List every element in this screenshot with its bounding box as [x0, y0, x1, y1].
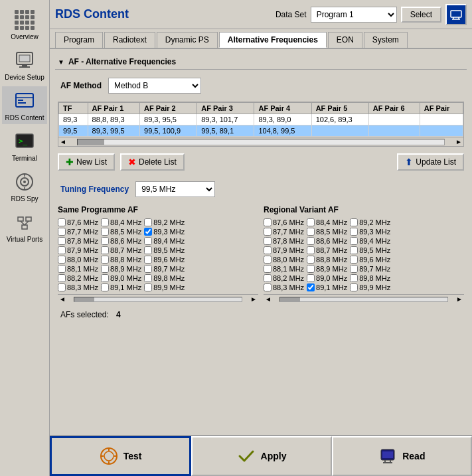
af-checkbox[interactable]	[101, 265, 109, 273]
af-checkbox[interactable]	[350, 283, 358, 291]
tab-dynamic-ps[interactable]: Dynamic PS	[157, 32, 218, 48]
collapse-arrow-icon[interactable]: ▼	[58, 58, 64, 66]
regional-scrollbar-track[interactable]	[279, 297, 448, 302]
af-checkbox[interactable]	[307, 274, 315, 282]
sidebar-item-device-setup[interactable]: Device Setup	[2, 46, 47, 84]
af-checkbox-row: 89,8 MHz	[350, 274, 390, 282]
af-checkbox[interactable]	[58, 274, 66, 282]
af-checkbox[interactable]	[307, 218, 315, 226]
apply-button[interactable]: Apply	[191, 436, 331, 476]
same-scrollbar-thumb[interactable]	[74, 297, 94, 301]
select-button[interactable]: Select	[401, 7, 441, 23]
connect-icon-button[interactable]	[445, 4, 467, 25]
af-checkbox[interactable]	[101, 274, 109, 282]
same-scroll-right[interactable]: ►	[249, 295, 258, 303]
regional-variant-af: Regional Variant AF 87,6 MHz87,7 MHz87,8…	[264, 205, 464, 303]
table-scrollbar[interactable]: ◄ ►	[58, 137, 463, 146]
same-scrollbar-track[interactable]	[74, 297, 242, 302]
dataset-select[interactable]: Program 1 Program 2	[311, 7, 397, 23]
new-list-button[interactable]: ✚ New List	[58, 153, 115, 171]
regional-scroll-right[interactable]: ►	[455, 295, 464, 303]
af-checkbox[interactable]	[58, 237, 66, 245]
af-checkbox[interactable]	[58, 228, 66, 236]
regional-scrollbar-thumb[interactable]	[280, 297, 300, 301]
content-area: ▼ AF - Alternative Frequencies AF Method…	[50, 49, 472, 435]
af-checkbox[interactable]	[58, 265, 66, 273]
af-checkbox[interactable]	[144, 256, 152, 264]
af-checkbox[interactable]	[58, 283, 66, 291]
af-checkbox[interactable]	[307, 228, 315, 236]
af-freq-label: 87,9 MHz	[273, 246, 304, 254]
af-freq-label: 88,3 MHz	[67, 283, 98, 291]
tuning-select[interactable]: 99,5 MHz 89,3 MHz	[135, 181, 215, 197]
sidebar-item-rds-content[interactable]: RDS Content	[2, 86, 47, 124]
scrollbar-thumb[interactable]	[78, 139, 104, 145]
table-row[interactable]: 89,388,8, 89,389,3, 95,589,3, 101,789,3,…	[59, 114, 463, 125]
af-checkbox[interactable]	[264, 283, 272, 291]
scrollbar-track[interactable]	[77, 139, 445, 145]
table-cell: 89,3	[59, 114, 88, 125]
af-checkbox[interactable]	[58, 218, 66, 226]
af-table: TF AF Pair 1 AF Pair 2 AF Pair 3 AF Pair…	[58, 102, 463, 137]
table-row[interactable]: 99,589,3, 99,599,5, 100,999,5, 89,1104,8…	[59, 125, 463, 137]
af-freq-label: 89,9 MHz	[359, 283, 390, 291]
af-checkbox[interactable]	[350, 274, 358, 282]
tab-alternative-frequencies[interactable]: Alternative Frequencies	[219, 32, 327, 48]
af-checkbox[interactable]	[144, 218, 152, 226]
update-list-button[interactable]: ⬆ Update List	[397, 153, 464, 171]
af-checkbox[interactable]	[264, 274, 272, 282]
af-checkbox[interactable]	[58, 246, 66, 254]
scroll-left-icon[interactable]: ◄	[58, 138, 68, 145]
delete-list-button[interactable]: ✖ Delete List	[120, 153, 185, 171]
af-checkbox[interactable]	[350, 228, 358, 236]
regional-scroll-left[interactable]: ◄	[264, 295, 273, 303]
af-checkbox[interactable]	[144, 265, 152, 273]
same-programme-scrollbar[interactable]: ◄ ►	[58, 294, 258, 303]
af-freq-label: 87,6 MHz	[67, 218, 98, 226]
af-checkbox[interactable]	[144, 283, 152, 291]
af-checkbox[interactable]	[350, 256, 358, 264]
af-checkbox[interactable]	[264, 237, 272, 245]
af-checkbox[interactable]	[101, 237, 109, 245]
af-checkbox[interactable]	[307, 265, 315, 273]
af-checkbox[interactable]	[101, 246, 109, 254]
af-checkbox[interactable]	[264, 265, 272, 273]
af-checkbox[interactable]	[350, 265, 358, 273]
af-checkbox[interactable]	[144, 246, 152, 254]
scroll-right-icon[interactable]: ►	[454, 138, 463, 145]
af-checkbox-row: 89,4 MHz	[144, 237, 185, 245]
tab-system[interactable]: System	[364, 32, 408, 48]
sidebar-item-rds-spy[interactable]: RDS Spy	[2, 167, 47, 205]
af-checkbox[interactable]	[350, 218, 358, 226]
af-checkbox[interactable]	[101, 283, 109, 291]
af-checkbox[interactable]	[307, 237, 315, 245]
af-checkbox[interactable]	[101, 218, 109, 226]
tab-eon[interactable]: EON	[328, 32, 362, 48]
af-checkbox[interactable]	[264, 246, 272, 254]
af-checkbox[interactable]	[307, 283, 315, 291]
regional-scrollbar[interactable]: ◄ ►	[264, 294, 464, 303]
af-checkbox[interactable]	[144, 228, 152, 236]
af-checkbox[interactable]	[264, 256, 272, 264]
af-checkbox[interactable]	[101, 228, 109, 236]
af-checkbox[interactable]	[264, 218, 272, 226]
af-checkbox[interactable]	[350, 237, 358, 245]
af-checkbox[interactable]	[307, 256, 315, 264]
af-method-select[interactable]: Method B Method A	[108, 78, 201, 94]
af-checkbox-row: 89,0 MHz	[307, 274, 347, 282]
af-checkbox[interactable]	[144, 274, 152, 282]
tab-program[interactable]: Program	[55, 32, 103, 48]
af-checkbox[interactable]	[307, 246, 315, 254]
af-checkbox[interactable]	[58, 256, 66, 264]
af-checkbox[interactable]	[264, 228, 272, 236]
af-checkbox[interactable]	[350, 246, 358, 254]
sidebar-item-terminal[interactable]: >_ Terminal	[2, 127, 47, 165]
test-button[interactable]: Test	[50, 436, 191, 476]
af-checkbox[interactable]	[144, 237, 152, 245]
af-checkbox[interactable]	[101, 256, 109, 264]
sidebar-item-virtual-ports[interactable]: Virtual Ports	[2, 208, 47, 246]
same-scroll-left[interactable]: ◄	[58, 295, 67, 303]
tab-radiotext[interactable]: Radiotext	[104, 32, 155, 48]
sidebar-item-overview[interactable]: Overview	[2, 5, 47, 43]
read-button[interactable]: Read	[332, 436, 472, 476]
